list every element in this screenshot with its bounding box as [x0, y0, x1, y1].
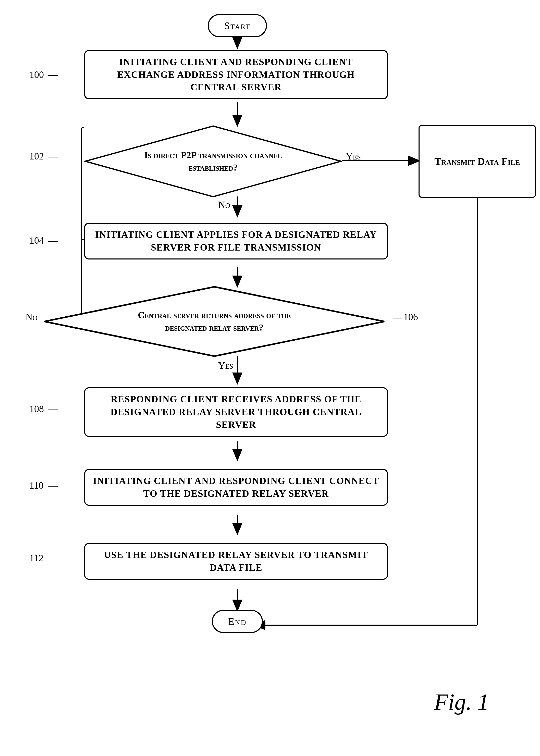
no-label-2: No [26, 311, 38, 322]
label-112: 112 — [29, 553, 58, 564]
node-106: Central server returns address of the de… [43, 286, 385, 357]
transmit-box: Transmit Data File [419, 125, 536, 198]
diagram-container: Start 100 — Initiating Client and Respon… [0, 0, 540, 756]
node-100-text: Initiating Client and Responding Client … [84, 50, 388, 99]
node-104-text: Initiating Client Applies for a Designat… [84, 223, 388, 260]
label-102: 102 — [29, 151, 58, 162]
start-label: Start [208, 14, 267, 37]
node-108-text: Responding Client Receives Address of th… [84, 387, 388, 437]
connector-svg [0, 0, 540, 756]
yes-label-2: Yes [218, 360, 233, 371]
node-112: Use the Designated Relay Server to Trans… [84, 533, 388, 589]
label-100: 100 — [29, 69, 58, 80]
node-100: Initiating Client and Responding Client … [84, 47, 388, 102]
node-102-text: Is direct P2P transmission channel estab… [126, 149, 300, 174]
label-110: 110 — [29, 480, 58, 491]
end-label: End [212, 610, 263, 633]
label-106: — 106 [393, 311, 418, 322]
fig-caption: Fig. 1 [434, 689, 489, 715]
node-112-text: Use the Designated Relay Server to Trans… [84, 543, 388, 580]
node-110: Initiating Client and Responding Client … [84, 459, 388, 515]
end-node: End [179, 610, 296, 633]
start-node: Start [179, 14, 296, 37]
yes-label-1: Yes [346, 151, 361, 162]
node-104: Initiating Client Applies for a Designat… [84, 216, 388, 267]
no-label-1: No [218, 199, 230, 210]
node-110-text: Initiating Client and Responding Client … [84, 469, 388, 506]
label-108: 108 — [29, 403, 58, 414]
node-108: Responding Client Receives Address of th… [84, 383, 388, 441]
transmit-text: Transmit Data File [419, 125, 536, 198]
node-106-text: Central server returns address of the de… [105, 309, 324, 334]
label-104: 104 — [29, 235, 58, 246]
node-102: Is direct P2P transmission channel estab… [84, 125, 342, 198]
